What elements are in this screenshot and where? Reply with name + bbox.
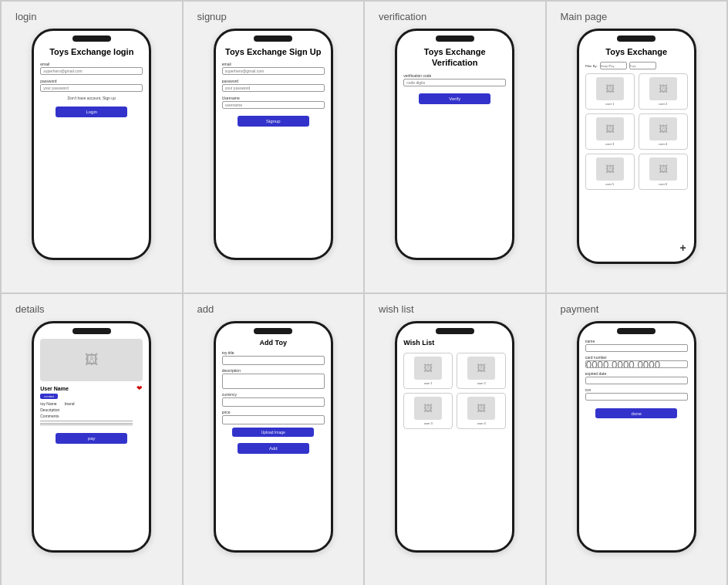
signup-username-input[interactable] [222,101,325,109]
verify-button[interactable]: Verify [419,93,490,104]
signup-password-input[interactable] [222,84,325,92]
image-icon-2: 🖼 [659,83,668,94]
add-description-label: description [222,368,241,373]
cell-label-mainpage: Main page [554,11,608,22]
cell-label-login: login [9,11,36,22]
cell-add: add Add Toy toy title description curren… [183,293,365,585]
add-currency-input[interactable] [222,397,325,407]
toy-grid: 🖼 user 1 🖼 user 2 🖼 user [585,73,688,190]
wish-toy-card-2[interactable]: 🖼 user 2 [457,353,506,389]
toy-card-1[interactable]: 🖼 user 1 [585,73,635,110]
payment-screen: name card number expired date cvv done [585,339,688,541]
cell-mainpage: Main page Toys Exchange Filter By: 🖼 use… [546,1,728,293]
mainpage-title: Toys Exchange [605,46,667,57]
phone-notch-add [254,328,292,334]
payment-expired-input[interactable] [585,377,688,384]
detail-badge[interactable]: contact [40,394,58,399]
phone-details: 🖼 User Name ❤ contact toy Name brand Des… [32,321,151,553]
detail-image-icon: 🖼 [85,352,99,368]
image-icon-1: 🖼 [605,83,615,94]
comment-line-2 [40,423,133,424]
toy-thumb-3: 🖼 [596,117,624,140]
login-password-label: password [40,79,56,83]
add-toy-title-label: toy title [222,350,234,355]
image-icon-5: 🖼 [605,164,615,174]
payment-card-number-input[interactable] [585,360,688,368]
add-description-input[interactable] [222,374,325,389]
wish-toy-grid: 🖼 user 1 🖼 user 2 🖼 user [403,353,506,429]
wish-toy-card-3[interactable]: 🖼 user 3 [403,393,453,429]
signup-button[interactable]: Signup [238,116,309,127]
login-email-input[interactable] [40,67,143,75]
cell-label-details: details [9,303,45,315]
wish-image-icon-1: 🖼 [423,363,433,374]
phone-notch-login [72,36,111,42]
cell-payment: payment name card number expired date cv… [546,293,728,585]
add-screen: Add Toy toy title description currency p… [222,339,325,541]
toy-card-4[interactable]: 🖼 user 4 [639,113,688,150]
wish-toy-name-2: user 2 [477,381,486,385]
add-toy-title-input[interactable] [222,356,325,365]
signup-email-input[interactable] [222,67,325,75]
phone-wishlist: Wish List 🖼 user 1 🖼 user 2 [395,321,514,553]
add-button[interactable]: Add [238,443,309,454]
image-icon-3: 🖼 [605,123,615,134]
login-password-input[interactable] [40,84,143,92]
wishlist-title: Wish List [403,339,434,347]
signup-screen: Toys Exchange Sign Up email password Use… [222,46,325,249]
wish-toy-name-1: user 1 [424,381,433,385]
add-currency-label: currency [222,392,237,397]
toy-card-5[interactable]: 🖼 user 5 [585,154,635,190]
cell-label-wishlist: wish list [372,303,414,315]
phone-mainpage: Toys Exchange Filter By: 🖼 user 1 [577,29,696,264]
filter-row: Filter By: [585,62,688,69]
comment-line-3 [40,424,133,425]
signup-username-label: Username [222,96,240,100]
toy-thumb-6: 🖼 [649,157,677,181]
toy-name-4: user 4 [659,142,667,146]
phone-notch-payment [617,328,656,334]
toy-card-3[interactable]: 🖼 user 3 [585,113,635,150]
cell-details: details 🖼 User Name ❤ contact toy Name b… [1,293,183,585]
cell-signup: signup Toys Exchange Sign Up email passw… [183,1,365,293]
toy-thumb-1: 🖼 [596,77,624,100]
toy-name-3: user 3 [605,142,614,146]
detail-image: 🖼 [40,339,143,381]
login-button[interactable]: Login [56,107,127,117]
toy-thumb-2: 🖼 [649,77,677,100]
detail-comments: Comments [40,414,59,418]
wish-image-icon-3: 🖼 [423,403,433,414]
add-price-input[interactable] [222,415,325,424]
detail-username: User Name [40,386,69,391]
add-price-label: price [222,410,231,414]
details-screen: 🖼 User Name ❤ contact toy Name brand Des… [40,339,143,541]
wish-toy-card-4[interactable]: 🖼 user 4 [457,393,506,429]
wish-toy-card-1[interactable]: 🖼 user 1 [403,353,453,389]
toy-card-2[interactable]: 🖼 user 2 [639,73,688,110]
payment-name-input[interactable] [585,344,688,352]
login-title: Toys Exchange login [49,46,133,57]
upload-image-button[interactable]: Upload Image [232,428,314,437]
toy-name-5: user 5 [605,182,614,186]
heart-icon[interactable]: ❤ [136,384,143,392]
payment-cvv-input[interactable] [585,393,688,401]
filter-type-input[interactable] [600,62,627,69]
toy-card-6[interactable]: 🖼 user 6 [639,154,688,190]
cell-label-payment: payment [554,303,599,315]
cell-wishlist: wish list Wish List 🖼 user 1 🖼 [364,293,546,585]
filter-label: Filter By: [585,64,598,68]
image-icon-4: 🖼 [659,123,668,134]
phone-payment: name card number expired date cvv done [577,321,696,553]
toy-name-6: user 6 [659,182,667,186]
wish-toy-thumb-4: 🖼 [467,397,495,420]
pay-button[interactable]: pay [56,433,127,444]
signup-email-label: email [222,62,231,66]
fab-button[interactable]: + [680,242,686,254]
comment-line-1 [40,421,133,421]
comment-lines [40,421,143,425]
payment-done-button[interactable]: done [595,408,677,418]
verification-code-input[interactable] [403,79,506,86]
filter-category-input[interactable] [629,62,656,69]
phone-notch-verification [436,36,474,42]
wish-image-icon-2: 🖼 [477,363,486,374]
